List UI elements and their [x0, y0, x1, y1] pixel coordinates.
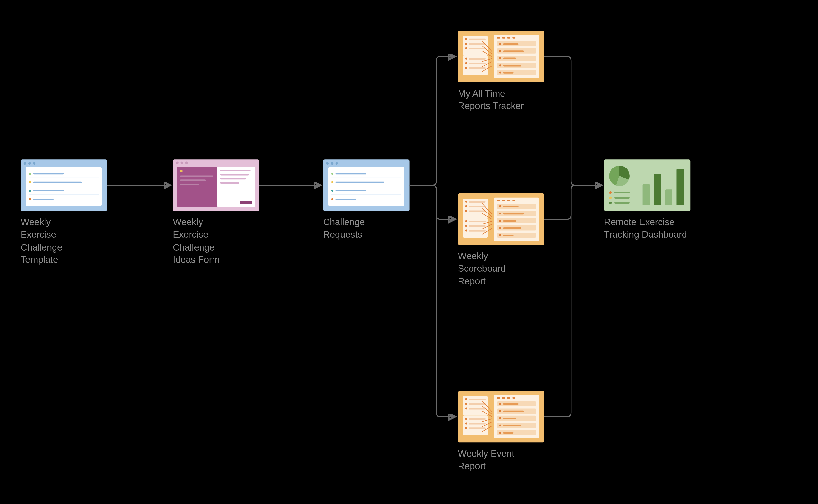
flow-arrows — [0, 0, 818, 503]
node-template: Weekly Exercise Challenge Template — [21, 159, 107, 211]
form-icon — [173, 159, 259, 211]
edge-requests-alltime — [410, 56, 455, 185]
sheet-icon — [323, 159, 409, 211]
node-template-label: Weekly Exercise Challenge Template — [21, 216, 87, 266]
node-alltime-label: My All Time Reports Tracker — [458, 88, 540, 112]
sheet-icon — [21, 159, 107, 211]
node-form-label: Weekly Exercise Challenge Ideas Form — [173, 216, 240, 266]
node-scoreboard: Weekly Scoreboard Report — [458, 193, 544, 245]
node-form: Weekly Exercise Challenge Ideas Form — [173, 159, 259, 211]
node-alltime: My All Time Reports Tracker — [458, 31, 544, 82]
node-dashboard: Remote Exercise Tracking Dashboard — [604, 159, 690, 211]
dashboard-icon — [604, 159, 690, 211]
edge-requests-scoreboard — [410, 185, 455, 219]
node-scoreboard-label: Weekly Scoreboard Report — [458, 250, 530, 287]
edge-alltime-dashboard — [544, 56, 601, 185]
node-event: Weekly Event Report — [458, 391, 544, 442]
report-icon — [458, 31, 544, 82]
report-icon — [458, 193, 544, 245]
edge-requests-event — [410, 185, 455, 417]
report-icon — [458, 391, 544, 442]
node-event-label: Weekly Event Report — [458, 448, 535, 472]
node-requests-label: Challenge Requests — [323, 216, 395, 241]
node-dashboard-label: Remote Exercise Tracking Dashboard — [604, 216, 690, 241]
node-requests: Challenge Requests — [323, 159, 409, 211]
edge-scoreboard-dashboard — [544, 185, 601, 219]
edge-event-dashboard — [544, 185, 601, 417]
